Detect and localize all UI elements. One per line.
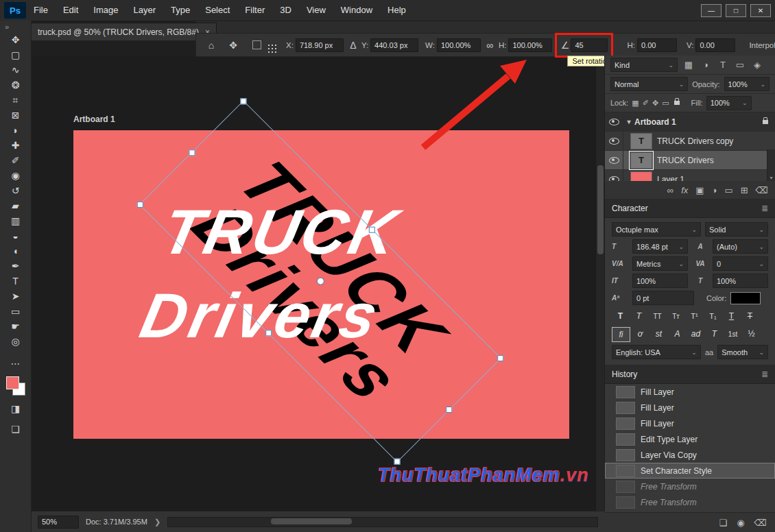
visibility-eye-icon[interactable] xyxy=(605,151,623,169)
hand-tool[interactable]: ☛ xyxy=(5,319,26,334)
reference-point-grid-icon[interactable] xyxy=(268,45,270,46)
edit-toolbar-icon[interactable]: ⋯ xyxy=(5,356,26,371)
quick-mask-icon[interactable]: ◨ xyxy=(5,401,26,416)
panel-menu-icon[interactable]: ≣ xyxy=(761,204,768,213)
menu-filter[interactable]: Filter xyxy=(237,0,272,21)
font-style-select[interactable]: Solid ⌄ xyxy=(705,222,768,237)
artboard-chevron-icon[interactable]: ▾ xyxy=(623,118,634,125)
brush-tool[interactable]: ✐ xyxy=(5,153,26,168)
move-tool[interactable]: ✥ xyxy=(5,32,26,47)
history-state-undone[interactable]: Free Transform xyxy=(605,479,775,494)
standard-ligatures-button[interactable]: fi xyxy=(612,327,630,342)
filter-pixel-icon[interactable]: ▦ xyxy=(682,60,695,70)
toggle-reference-point-checkbox[interactable] xyxy=(252,40,261,49)
link-layers-icon[interactable]: ∞ xyxy=(667,185,673,195)
rotation-field[interactable]: 45 xyxy=(571,38,608,52)
filter-type-icon[interactable]: T xyxy=(717,60,729,70)
anti-alias-select[interactable]: Smooth ⌄ xyxy=(717,345,768,359)
language-select[interactable]: English: USA ⌄ xyxy=(612,345,701,359)
layer-thumbnail[interactable]: T xyxy=(630,133,652,149)
menu-help[interactable]: Help xyxy=(380,0,414,21)
canvas-area[interactable]: Artboard 1 TRUCK Drivers TRUCK Drivers T… xyxy=(31,56,605,511)
clone-stamp-tool[interactable]: ◉ xyxy=(5,168,26,183)
menu-layer[interactable]: Layer xyxy=(126,0,164,21)
layer-row[interactable]: Layer 1 xyxy=(605,170,775,181)
fill-select[interactable]: 100% ⌄ xyxy=(706,96,752,110)
document-tab[interactable]: truck.psd @ 50% (TRUCK Drivers, RGB/8#) … xyxy=(31,23,217,40)
horizontal-scale-field[interactable]: 100% xyxy=(713,274,768,288)
menu-window[interactable]: Window xyxy=(333,0,380,21)
lock-transparent-icon[interactable]: ▦ xyxy=(632,99,639,108)
visibility-eye-icon[interactable] xyxy=(605,112,623,131)
lock-paint-icon[interactable]: ✐ xyxy=(643,99,649,108)
transform-center-point[interactable] xyxy=(315,276,326,287)
layers-scrollbar[interactable]: ▾ xyxy=(767,149,775,181)
filter-smart-icon[interactable]: ◈ xyxy=(751,60,763,70)
x-position-field[interactable]: 718.90 px xyxy=(296,38,344,52)
panel-menu-icon[interactable]: ≣ xyxy=(761,370,768,379)
filter-group-icon[interactable]: ▭ xyxy=(734,60,746,70)
all-caps-button[interactable]: TT xyxy=(649,309,666,323)
visibility-eye-icon[interactable] xyxy=(605,132,623,150)
minimize-button[interactable]: — xyxy=(701,4,722,17)
font-family-select[interactable]: Octuple max ⌄ xyxy=(612,222,701,237)
dodge-tool[interactable]: ◖ xyxy=(5,243,26,258)
vertical-scale-field[interactable]: 100% xyxy=(632,274,688,288)
delete-layer-icon[interactable]: ⌫ xyxy=(756,185,768,195)
new-snapshot-icon[interactable]: ◉ xyxy=(737,518,744,528)
history-panel-title[interactable]: History xyxy=(612,370,637,379)
eyedropper-tool[interactable]: ◗ xyxy=(5,123,26,138)
screen-mode-icon[interactable]: ❏ xyxy=(5,422,26,437)
contextual-alternates-button[interactable]: ơ xyxy=(632,327,649,341)
menu-view[interactable]: View xyxy=(299,0,333,21)
height-field[interactable]: 100.00% xyxy=(508,38,552,52)
canvas-horizontal-scrollbar[interactable] xyxy=(167,517,598,527)
close-button[interactable]: ✕ xyxy=(750,4,771,17)
history-state-undone[interactable]: Free Transform xyxy=(605,494,775,510)
transform-handle[interactable] xyxy=(137,202,143,208)
transform-handle[interactable] xyxy=(497,355,503,361)
titling-alternates-button[interactable]: T xyxy=(706,327,723,341)
new-layer-icon[interactable]: ⊞ xyxy=(741,185,748,195)
visibility-eye-icon[interactable] xyxy=(605,170,623,181)
lasso-tool[interactable]: ∿ xyxy=(5,62,26,77)
healing-brush-tool[interactable]: ✚ xyxy=(5,138,26,153)
home-icon[interactable]: ⌂ xyxy=(204,40,218,51)
history-state[interactable]: Layer Via Copy xyxy=(605,447,775,463)
crop-tool[interactable]: ⌗ xyxy=(5,93,26,108)
discretionary-ligatures-button[interactable]: st xyxy=(650,327,667,341)
canvas-vertical-scrollbar[interactable] xyxy=(595,56,605,511)
menu-image[interactable]: Image xyxy=(86,0,126,21)
history-state[interactable]: Edit Type Layer xyxy=(605,431,775,447)
vertical-scrollbar-thumb[interactable] xyxy=(597,165,604,254)
stylistic-alternates-button[interactable]: ad xyxy=(687,327,704,341)
maintain-aspect-ratio-link-icon[interactable]: ∞ xyxy=(485,40,494,51)
rectangle-tool[interactable]: ▭ xyxy=(5,304,26,319)
leading-select[interactable]: (Auto) ⌄ xyxy=(713,239,768,254)
character-panel-title[interactable]: Character xyxy=(612,204,648,213)
layer-thumbnail[interactable]: T xyxy=(630,152,652,169)
transform-handle[interactable] xyxy=(394,459,401,465)
layer-row-artboard[interactable]: ▾ Artboard 1 xyxy=(605,112,775,132)
faux-bold-button[interactable]: T xyxy=(612,309,629,323)
maximize-button[interactable]: □ xyxy=(726,4,746,17)
lock-position-icon[interactable]: ✥ xyxy=(652,99,658,108)
gradient-tool[interactable]: ▥ xyxy=(5,213,26,228)
marquee-tool[interactable]: ▢ xyxy=(5,47,26,62)
lock-artboard-icon[interactable]: ▭ xyxy=(662,99,669,108)
transform-handle[interactable] xyxy=(369,227,375,233)
type-tool[interactable]: T xyxy=(5,274,26,289)
strikethrough-button[interactable]: T xyxy=(741,309,759,323)
subscript-button[interactable]: T₁ xyxy=(704,309,722,323)
frame-tool[interactable]: ⊠ xyxy=(5,108,26,123)
faux-italic-button[interactable]: T xyxy=(630,309,647,323)
transform-handle[interactable] xyxy=(446,407,452,413)
blur-tool[interactable]: ◒ xyxy=(5,228,26,243)
opacity-select[interactable]: 100% ⌄ xyxy=(724,77,770,91)
superscript-button[interactable]: T¹ xyxy=(686,309,703,323)
quick-selection-tool[interactable]: ❂ xyxy=(5,77,26,93)
width-field[interactable]: 100.00% xyxy=(437,38,481,52)
layer-mask-icon[interactable]: ▣ xyxy=(695,185,704,195)
menu-file[interactable]: File xyxy=(26,0,56,21)
layer-group-icon[interactable]: ▭ xyxy=(724,185,732,195)
